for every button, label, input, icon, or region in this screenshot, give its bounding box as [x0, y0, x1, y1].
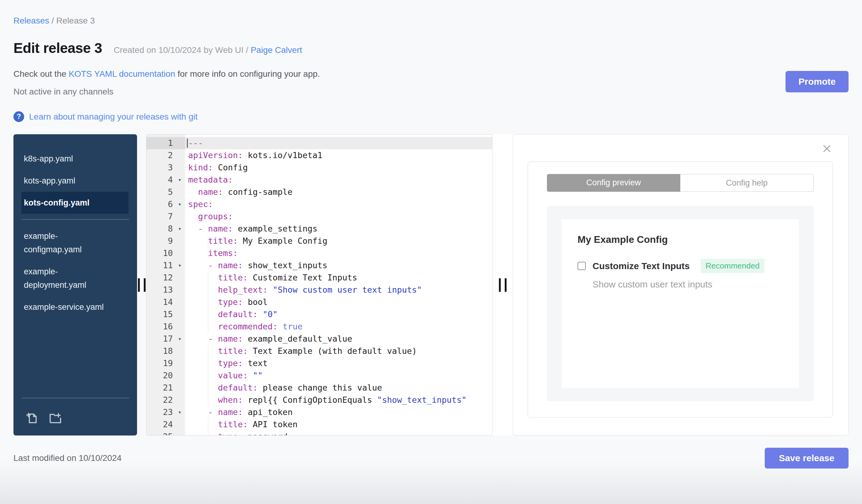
docs-line: Check out the KOTS YAML documentation fo… — [13, 69, 849, 79]
docs-suffix: for more info on configuring your app. — [175, 69, 320, 79]
gutter-line-number: 18 — [146, 345, 185, 357]
fold-arrow-icon[interactable]: ▾ — [178, 198, 181, 210]
code-line: metadata: — [185, 174, 492, 186]
git-releases-link[interactable]: Learn about managing your releases with … — [29, 112, 198, 122]
code-line: type: text — [185, 357, 492, 369]
yaml-editor: 1234▾56▾78▾91011▾121314151617▾1819202122… — [146, 134, 493, 436]
code-line: help_text: "Show custom user text inputs… — [185, 284, 492, 296]
add-folder-icon[interactable] — [48, 410, 63, 426]
created-text: Created on 10/10/2024 by Web UI / — [114, 45, 251, 55]
code-line: items: — [185, 247, 492, 259]
recommended-badge: Recommended — [701, 259, 765, 273]
gutter-line-number: 7 — [146, 210, 185, 223]
gutter-line-number: 5 — [146, 186, 185, 198]
code-line: type: password — [185, 430, 492, 435]
customize-text-inputs-checkbox[interactable] — [577, 262, 586, 270]
gutter-line-number: 12 — [146, 271, 185, 284]
config-preview-panel: Config previewConfig help My Example Con… — [513, 134, 849, 436]
code-editor[interactable]: ---apiVersion: kots.io/v1beta1kind: Conf… — [185, 135, 492, 435]
add-file-icon[interactable] — [25, 410, 39, 426]
code-line: value: "" — [185, 369, 492, 382]
code-line: - name: show_text_inputs — [185, 259, 492, 271]
git-help-line: ? Learn about managing your releases wit… — [13, 111, 849, 122]
created-info: Created on 10/10/2024 by Web UI / Paige … — [114, 45, 302, 55]
created-author-link[interactable]: Paige Calvert — [250, 45, 302, 55]
kots-yaml-docs-link[interactable]: KOTS YAML documentation — [69, 69, 175, 79]
code-line: apiVersion: kots.io/v1beta1 — [185, 149, 492, 161]
resize-bar — [138, 278, 140, 292]
gutter-line-number: 21 — [146, 382, 185, 394]
docs-prefix: Check out the — [13, 69, 69, 79]
title-row: Edit release 3 Created on 10/10/2024 by … — [13, 40, 849, 56]
code-line: title: Text Example (with default value) — [185, 345, 492, 357]
code-line: when: repl{{ ConfigOptionEquals "show_te… — [185, 394, 492, 406]
code-line: name: config-sample — [185, 186, 492, 198]
breadcrumb-releases-link[interactable]: Releases — [13, 16, 49, 25]
gutter-line-number: 19 — [146, 357, 185, 369]
last-modified-text: Last modified on 10/10/2024 — [13, 453, 121, 463]
code-line: type: bool — [185, 296, 492, 308]
sidebar-divider — [22, 219, 129, 220]
fold-arrow-icon[interactable]: ▾ — [178, 223, 181, 235]
code-line: default: "0" — [185, 308, 492, 320]
resize-bar — [144, 278, 146, 292]
gutter-line-number: 24 — [146, 419, 185, 430]
sidebar-file-item[interactable]: example-service.yaml — [13, 296, 137, 318]
gutter-line-number: 4▾ — [146, 174, 185, 186]
gutter-line-number: 25 — [146, 430, 185, 436]
editor-resize-handle[interactable] — [493, 134, 513, 436]
gutter-line-number: 13 — [146, 284, 185, 296]
sidebar-bottom-divider — [22, 398, 129, 398]
fold-arrow-icon[interactable]: ▾ — [178, 406, 181, 419]
gutter-line-number: 14 — [146, 296, 185, 308]
gutter-line-number: 22 — [146, 394, 185, 406]
config-item-row: Customize Text Inputs Recommended — [577, 259, 783, 273]
config-group-title: My Example Config — [577, 234, 783, 245]
sidebar-spacer — [13, 318, 137, 393]
tab-config-preview[interactable]: Config preview — [547, 174, 680, 192]
sidebar-file-item[interactable]: kots-config.yaml — [22, 192, 129, 214]
footer: Last modified on 10/10/2024 Save release — [13, 448, 849, 468]
code-line: title: Customize Text Inputs — [185, 271, 492, 284]
config-item-help-text: Show custom user text inputs — [592, 279, 783, 290]
fold-arrow-icon[interactable]: ▾ — [178, 333, 181, 345]
breadcrumb-current: / Release 3 — [49, 16, 95, 25]
code-line: - name: api_token — [185, 406, 492, 419]
code-line: kind: Config — [185, 161, 492, 174]
gutter-line-number: 8▾ — [146, 223, 185, 235]
preview-inner-box: Config previewConfig help My Example Con… — [528, 161, 833, 417]
sidebar-resize-handle[interactable] — [137, 134, 146, 436]
sidebar-file-item[interactable]: kots-app.yaml — [13, 170, 137, 192]
gutter-line-number: 10 — [146, 247, 185, 259]
fold-arrow-icon[interactable]: ▾ — [178, 259, 181, 271]
tab-config-help[interactable]: Config help — [680, 174, 814, 192]
page-title: Edit release 3 — [13, 40, 102, 56]
code-line: title: API token — [185, 419, 492, 430]
code-line: recommended: true — [185, 320, 492, 333]
question-mark-icon: ? — [13, 111, 24, 122]
gutter-line-number: 11▾ — [146, 259, 185, 271]
close-icon[interactable] — [821, 143, 832, 154]
channel-status: Not active in any channels — [13, 87, 849, 97]
file-list: k8s-app.yamlkots-app.yamlkots-config.yam… — [13, 148, 137, 318]
code-line: groups: — [185, 210, 492, 223]
save-release-button[interactable]: Save release — [765, 448, 849, 468]
gutter-line-number: 3 — [146, 161, 185, 174]
config-item-label: Customize Text Inputs — [592, 261, 690, 271]
sidebar-file-item[interactable]: k8s-app.yaml — [13, 148, 137, 170]
gutter-line-number: 2 — [146, 149, 185, 161]
code-line: spec: — [185, 198, 492, 210]
gutter-line-number: 6▾ — [146, 198, 185, 210]
main-row: k8s-app.yamlkots-app.yamlkots-config.yam… — [13, 134, 849, 436]
code-line: default: please change this value — [185, 382, 492, 394]
code-line: --- — [185, 137, 492, 149]
text-cursor — [187, 138, 188, 148]
gutter-line-number: 23▾ — [146, 406, 185, 419]
preview-tabs: Config previewConfig help — [547, 174, 814, 192]
sidebar-file-item[interactable]: example-deployment.yaml — [13, 261, 137, 296]
code-line: title: My Example Config — [185, 235, 492, 247]
promote-button[interactable]: Promote — [785, 71, 849, 92]
sidebar-file-item[interactable]: example-configmap.yaml — [13, 225, 137, 261]
fold-arrow-icon[interactable]: ▾ — [178, 174, 181, 186]
gutter-line-number: 1 — [146, 137, 185, 149]
